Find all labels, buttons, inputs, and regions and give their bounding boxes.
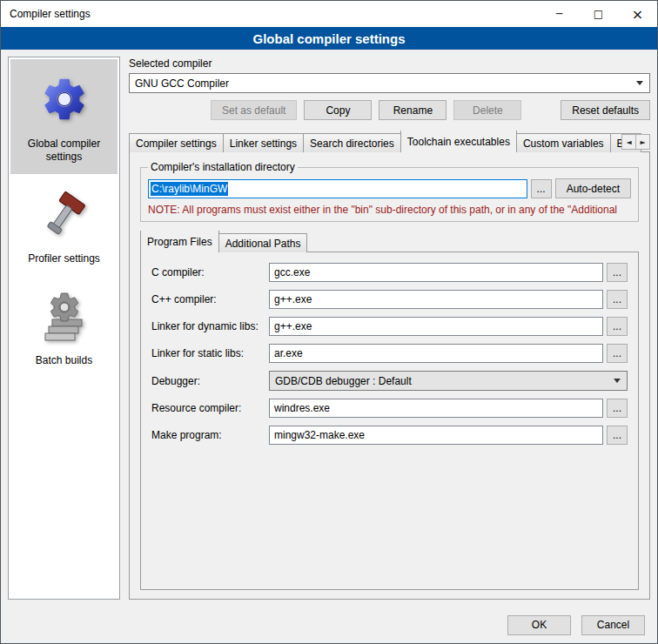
tab-linker-settings[interactable]: Linker settings <box>223 133 304 152</box>
programs-tabstrip: Program Files Additional Paths <box>140 231 639 252</box>
cpp-compiler-input[interactable] <box>269 290 603 309</box>
chevron-down-icon <box>614 379 621 383</box>
maximize-button[interactable]: □ <box>579 1 618 27</box>
dynamic-linker-label: Linker for dynamic libs: <box>151 320 269 332</box>
tab-program-files[interactable]: Program Files <box>140 231 219 252</box>
batch-builds-icon <box>37 288 92 344</box>
settings-tabstrip: Compiler settings Linker settings Search… <box>129 131 650 152</box>
sidebar-item-global-compiler-settings[interactable]: Global compiler settings <box>10 59 118 174</box>
dynamic-linker-input[interactable] <box>269 317 603 336</box>
tab-scroll-right-button[interactable]: ► <box>635 134 650 150</box>
debugger-label: Debugger: <box>151 375 269 387</box>
installation-directory-row: C:\raylib\MinGW ... Auto-detect <box>148 178 631 198</box>
field-row-debugger: Debugger: GDB/CDB debugger : Default <box>151 371 628 391</box>
tab-additional-paths[interactable]: Additional Paths <box>218 233 308 252</box>
static-linker-input[interactable] <box>269 344 603 363</box>
browse-dynamic-linker-button[interactable]: ... <box>607 317 628 336</box>
main-panel: Selected compiler GNU GCC Compiler Set a… <box>129 57 650 600</box>
c-compiler-input[interactable] <box>269 263 603 282</box>
dialog-header: Global compiler settings <box>1 27 657 50</box>
profiler-icon <box>37 186 92 242</box>
tab-custom-variables[interactable]: Custom variables <box>516 133 611 152</box>
field-row-cpp-compiler: C++ compiler: ... <box>151 290 628 309</box>
sidebar-item-profiler-settings[interactable]: Profiler settings <box>10 174 118 276</box>
auto-detect-button[interactable]: Auto-detect <box>555 178 631 198</box>
tab-scroll-left-button[interactable]: ◄ <box>621 134 636 150</box>
tab-scroll-arrows: ◄ ► <box>622 134 650 150</box>
set-as-default-button[interactable]: Set as default <box>211 100 297 120</box>
install-path-input[interactable]: C:\raylib\MinGW <box>148 179 527 198</box>
titlebar: Compiler settings ─ □ × <box>1 1 657 27</box>
blue-gear-icon <box>37 71 92 127</box>
sidebar-item-label: Batch builds <box>36 354 92 367</box>
make-program-label: Make program: <box>151 429 269 441</box>
window-title: Compiler settings <box>1 1 540 27</box>
installation-directory-group: Compiler's installation directory C:\ray… <box>140 161 639 222</box>
field-row-make-program: Make program: ... <box>151 426 628 445</box>
debugger-select[interactable]: GDB/CDB debugger : Default <box>269 371 628 391</box>
compiler-select[interactable]: GNU GCC Compiler <box>129 73 650 93</box>
program-files-panel: C compiler: ... C++ compiler: ... Linker… <box>140 252 639 590</box>
compiler-actions: Set as default Copy Rename Delete Reset … <box>129 100 650 120</box>
field-row-resource-compiler: Resource compiler: ... <box>151 399 628 418</box>
sidebar-item-label: Profiler settings <box>28 252 100 265</box>
selected-compiler-label: Selected compiler <box>129 57 650 70</box>
tab-compiler-settings[interactable]: Compiler settings <box>129 133 224 152</box>
field-row-c-compiler: C compiler: ... <box>151 263 628 282</box>
debugger-select-value: GDB/CDB debugger : Default <box>275 375 412 387</box>
cpp-compiler-label: C++ compiler: <box>151 293 269 305</box>
sidebar-item-label: Global compiler settings <box>12 138 116 164</box>
static-linker-label: Linker for static libs: <box>151 347 269 359</box>
resource-compiler-label: Resource compiler: <box>151 402 269 414</box>
c-compiler-label: C compiler: <box>151 266 269 278</box>
field-row-dynamic-linker: Linker for dynamic libs: ... <box>151 317 628 336</box>
ok-button[interactable]: OK <box>507 615 571 635</box>
dialog-body: Global compiler settings Profiler settin… <box>1 50 657 607</box>
tab-toolchain-executables[interactable]: Toolchain executables <box>400 131 517 152</box>
delete-button[interactable]: Delete <box>453 100 521 120</box>
rename-button[interactable]: Rename <box>379 100 446 120</box>
browse-cpp-compiler-button[interactable]: ... <box>607 290 628 309</box>
minimize-button[interactable]: ─ <box>540 1 579 27</box>
dialog-footer: OK Cancel <box>1 607 657 643</box>
browse-install-dir-button[interactable]: ... <box>531 179 552 198</box>
copy-button[interactable]: Copy <box>304 100 372 120</box>
cancel-button[interactable]: Cancel <box>581 615 645 635</box>
note-text: NOTE: All programs must exist either in … <box>148 204 631 216</box>
close-button[interactable]: × <box>618 1 657 27</box>
browse-c-compiler-button[interactable]: ... <box>607 263 628 282</box>
browse-static-linker-button[interactable]: ... <box>607 344 628 363</box>
reset-defaults-button[interactable]: Reset defaults <box>561 100 650 120</box>
tab-search-directories[interactable]: Search directories <box>303 133 401 152</box>
field-row-static-linker: Linker for static libs: ... <box>151 344 628 363</box>
sidebar-item-batch-builds[interactable]: Batch builds <box>10 276 118 378</box>
settings-sidebar: Global compiler settings Profiler settin… <box>8 57 120 600</box>
browse-resource-compiler-button[interactable]: ... <box>607 399 628 418</box>
installation-directory-group-title: Compiler's installation directory <box>148 161 298 173</box>
chevron-down-icon <box>636 81 643 85</box>
toolchain-executables-panel: Compiler's installation directory C:\ray… <box>129 151 650 600</box>
resource-compiler-input[interactable] <box>269 399 603 418</box>
compiler-select-value: GNU GCC Compiler <box>135 77 229 90</box>
compiler-settings-dialog: Compiler settings ─ □ × Global compiler … <box>0 0 658 644</box>
browse-make-program-button[interactable]: ... <box>607 426 628 445</box>
make-program-input[interactable] <box>269 426 603 445</box>
install-path-selected-text: C:\raylib\MinGW <box>151 182 228 196</box>
